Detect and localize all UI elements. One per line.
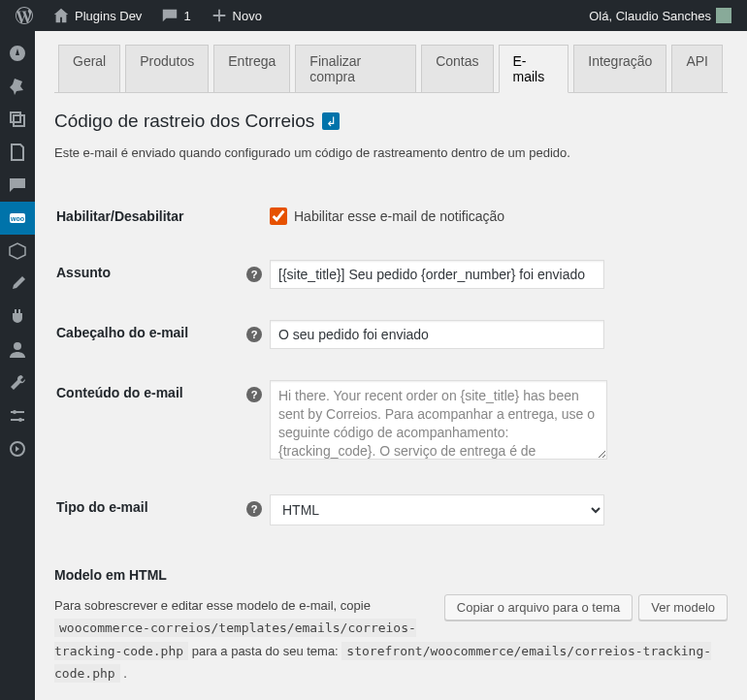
sidebar-item-posts[interactable] [0,70,35,103]
tab-geral[interactable]: Geral [58,45,120,92]
heading-label: Cabeçalho do e-mail [56,305,250,364]
avatar [716,8,731,23]
content-label: Conteúdo do e-mail [56,366,250,478]
tab-integracao[interactable]: Integração [573,45,666,92]
comment-count: 1 [183,9,190,23]
template-help: Copiar o arquivo para o tema Ver modelo … [54,594,728,685]
template-section-title: Modelo em HTML [54,567,728,583]
sidebar-item-dashboard[interactable] [0,37,35,70]
dashboard-icon [8,44,27,63]
plug-icon [8,307,27,327]
view-template-button[interactable]: Ver modelo [638,594,728,620]
brush-icon [8,274,27,294]
sidebar-item-users[interactable] [0,334,35,366]
copy-template-button[interactable]: Copiar o arquivo para o tema [444,594,633,620]
sidebar-item-settings[interactable] [0,399,35,432]
admin-sidebar: woo [0,31,35,700]
account-link[interactable]: Olá, Claudio Sanches [581,0,739,31]
user-icon [8,340,27,360]
enable-checkbox[interactable] [270,207,287,225]
tab-entrega[interactable]: Entrega [213,45,290,92]
enable-label: Habilitar/Desabilitar [56,189,250,243]
heading-input[interactable] [270,320,604,349]
tab-finalizar[interactable]: Finalizar compra [295,45,416,92]
box-icon [8,241,27,261]
help-icon[interactable]: ? [246,327,262,342]
woo-icon: woo [8,208,27,228]
sidebar-item-pages[interactable] [0,136,35,169]
sidebar-item-plugins[interactable] [0,301,35,334]
subject-input[interactable] [270,260,604,289]
type-label: Tipo do e-mail [56,480,250,540]
comments-icon [8,175,27,195]
enable-checkbox-wrap[interactable]: Habilitar esse e-mail de notificação [252,207,716,225]
sidebar-item-appearance[interactable] [0,268,35,301]
svg-point-3 [13,410,16,414]
collapse-icon [8,439,27,459]
sidebar-item-woocommerce[interactable]: woo [0,202,35,235]
pages-icon [8,143,27,162]
svg-point-2 [14,342,21,350]
new-label: Novo [233,9,262,23]
help-icon[interactable]: ? [246,501,262,517]
page-title: Código de rastreio dos Correios ↲ [54,111,728,132]
tab-api[interactable]: API [671,45,723,92]
plus-icon [211,7,228,24]
help-icon[interactable]: ? [246,387,262,402]
tab-emails[interactable]: E-mails [499,45,569,93]
site-title: Plugins Dev [75,9,142,23]
admin-bar: Plugins Dev 1 Novo Olá, Claudio Sanches [0,0,747,31]
new-content-link[interactable]: Novo [203,0,270,31]
svg-point-4 [18,418,22,422]
content-area: Geral Produtos Entrega Finalizar compra … [35,31,747,700]
page-description: Este e-mail é enviado quando configurado… [54,145,728,160]
settings-tabs: Geral Produtos Entrega Finalizar compra … [54,41,728,93]
media-icon [8,110,27,129]
subject-label: Assunto [56,245,250,303]
tab-produtos[interactable]: Produtos [125,45,209,92]
type-select[interactable]: HTML [270,494,604,525]
sidebar-item-tools[interactable] [0,366,35,399]
back-icon[interactable]: ↲ [322,112,340,130]
help-icon[interactable]: ? [246,267,262,282]
tab-contas[interactable]: Contas [421,45,493,92]
comments-link[interactable]: 1 [153,0,198,31]
sidebar-item-collapse[interactable] [0,432,35,465]
enable-checkbox-label: Habilitar esse e-mail de notificação [294,208,504,224]
svg-text:woo: woo [10,215,24,222]
comment-icon [161,7,179,24]
home-icon [52,7,70,24]
sidebar-item-products[interactable] [0,235,35,268]
greeting-text: Olá, Claudio Sanches [589,9,711,23]
sliders-icon [8,406,27,426]
sidebar-item-comments[interactable] [0,169,35,202]
wrench-icon [8,373,27,393]
pin-icon [8,77,27,96]
site-name-link[interactable]: Plugins Dev [45,0,149,31]
sidebar-item-media[interactable] [0,103,35,136]
wp-logo[interactable] [8,0,41,31]
content-textarea[interactable] [270,380,607,460]
wordpress-icon [16,7,33,24]
